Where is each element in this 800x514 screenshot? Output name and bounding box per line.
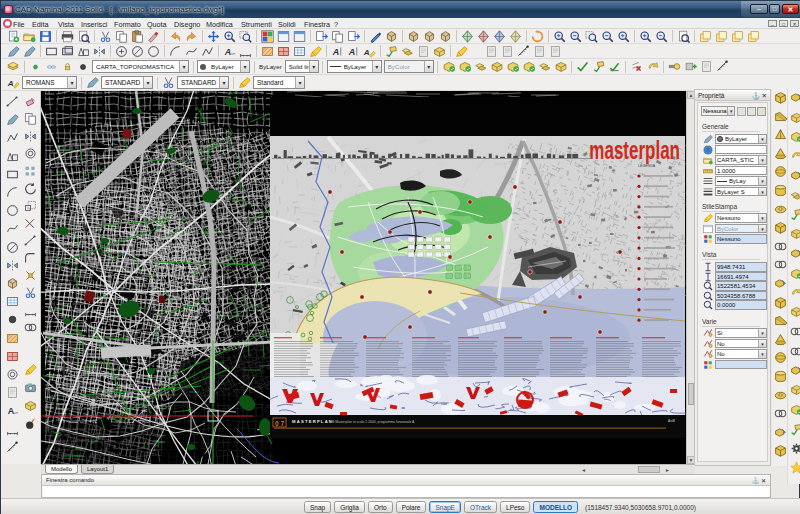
svg-text:AutB: AutB [668,419,675,423]
svg-text:A: A [331,46,338,56]
svg-text:masterplan: masterplan [589,135,680,164]
svg-text:MASTERPLAN: MASTERPLAN [292,419,333,424]
svg-text:A: A [7,79,14,88]
svg-text:A: A [363,47,370,56]
svg-text:LEGENDA: LEGENDA [638,164,656,168]
svg-text:0 7: 0 7 [275,420,284,427]
svg-text:A: A [347,46,354,56]
svg-text:B Masterplan in scala 1:2000,: B Masterplan in scala 1:2000, programma … [332,420,415,424]
svg-text:A: A [7,405,14,415]
svg-text:A: A [223,46,230,56]
